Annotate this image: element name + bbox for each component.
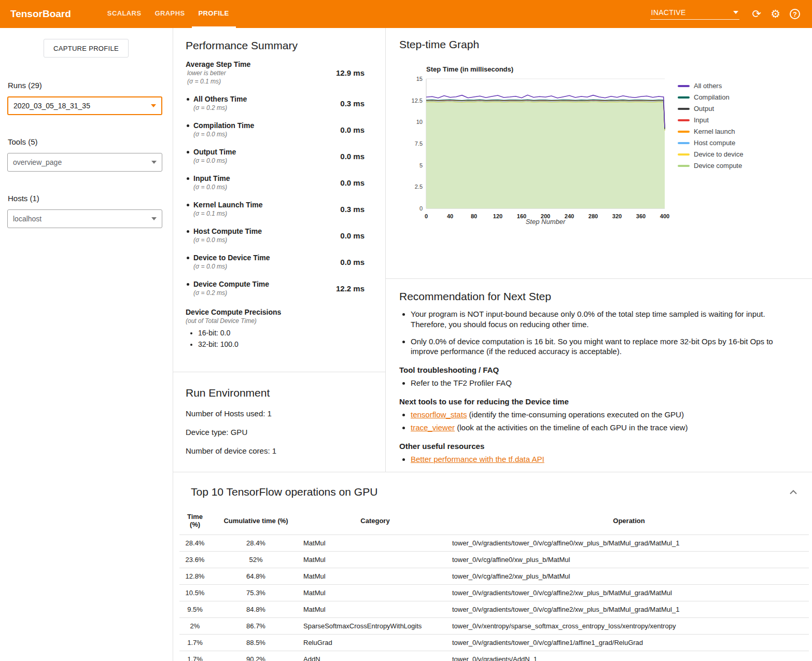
metric-sigma: (σ = 0.2 ms)	[193, 289, 269, 297]
gear-icon[interactable]: ⚙	[771, 9, 780, 20]
main-content: Performance Summary Average Step Time lo…	[173, 28, 812, 661]
legend-label: Output	[694, 105, 714, 112]
app-title: TensorBoard	[10, 8, 71, 20]
tab-scalars[interactable]: SCALARS	[101, 0, 148, 28]
metric-label: All Others Time	[186, 95, 247, 103]
hosts-select[interactable]: localhost	[7, 209, 162, 228]
metric-note: lower is better	[187, 69, 250, 77]
table-row: 1.7%88.5%ReluGradtower_0/v/gradients/tow…	[179, 635, 809, 651]
svg-text:2.5: 2.5	[415, 184, 423, 190]
metric-row: Device Compute Time(σ = 0.2 ms)12.2 ms	[186, 280, 372, 297]
metric-value: 0.0 ms	[340, 258, 372, 266]
chart-wrap: 02.557.51012.515040801201602002402803203…	[409, 64, 812, 226]
trace-viewer-link[interactable]: trace_viewer	[411, 423, 455, 432]
bullet-icon	[187, 177, 189, 180]
metric-value: 0.3 ms	[340, 205, 372, 214]
ops-table-header-row: Time (%)Cumulative time (%)CategoryOpera…	[179, 511, 809, 535]
legend-label: Compilation	[694, 93, 730, 101]
metric-sigma: (σ = 0.1 ms)	[193, 210, 263, 217]
bullet-icon	[187, 151, 189, 153]
refresh-icon[interactable]: ⟳	[752, 9, 762, 20]
metric-label: Device Compute Time	[186, 280, 269, 288]
metric-row: Kernel Launch Time(σ = 0.1 ms)0.3 ms	[186, 201, 372, 217]
table-row: 9.5%84.8%MatMultower_0/v/gradients/tower…	[179, 601, 809, 618]
bullet-icon	[187, 204, 189, 206]
step-time-graph-title: Step-time Graph	[399, 38, 812, 51]
tool-item: tensorflow_stats (identify the time-cons…	[411, 410, 789, 420]
env-line: Number of Hosts used: 1	[186, 409, 373, 418]
column-header: Cumulative time (%)	[211, 511, 301, 535]
env-line: Device type: GPU	[186, 428, 373, 437]
legend-label: All others	[694, 82, 722, 90]
help-icon[interactable]: ?	[790, 9, 800, 19]
ops-table-body: 28.4%28.4%MatMultower_0/v/gradients/towe…	[179, 535, 809, 661]
faq-subhead: Tool troubleshooting / FAQ	[399, 365, 789, 374]
chevron-down-icon	[151, 161, 157, 164]
bullet-icon	[187, 98, 189, 101]
runs-label: Runs (29)	[8, 81, 173, 90]
legend-swatch	[678, 85, 690, 87]
chevron-down-icon	[151, 217, 157, 220]
runs-select[interactable]: 2020_03_05_18_31_35	[7, 96, 162, 115]
status-dropdown[interactable]: INACTIVE	[650, 8, 739, 20]
tensorflow-stats-link[interactable]: tensorflow_stats	[411, 410, 467, 419]
legend-label: Kernel launch	[694, 128, 735, 135]
precisions-label: Device Compute Precisions	[186, 308, 372, 316]
metric-value: 0.0 ms	[340, 178, 372, 187]
metric-label: Average Step Time	[186, 60, 250, 68]
step-time-chart: 02.557.51012.515040801201602002402803203…	[409, 64, 670, 226]
recommendation-item: Your program is NOT input-bound because …	[411, 309, 789, 330]
metric-label: Compilation Time	[186, 121, 254, 130]
tfdata-performance-link[interactable]: Better performance with the tf.data API	[411, 455, 544, 463]
legend-swatch	[678, 96, 690, 99]
header-actions: INACTIVE ⟳ ⚙ ?	[650, 8, 805, 20]
performance-summary-title: Performance Summary	[186, 39, 372, 52]
step-time-graph-section: Step-time Graph 02.557.51012.51504080120…	[386, 28, 812, 279]
perf-items: All Others Time(σ = 0.2 ms)0.3 msCompila…	[186, 95, 372, 297]
faq-item: Refer to the TF2 Profiler FAQ	[411, 378, 789, 388]
svg-text:400: 400	[660, 213, 669, 219]
recommendation-title: Recommendation for Next Step	[399, 290, 789, 303]
metric-sigma: (σ = 0.2 ms)	[193, 104, 247, 111]
metric-row: Compilation Time(σ = 0.0 ms)0.0 ms	[186, 121, 372, 138]
table-row: 12.8%64.8%MatMultower_0/v/cg/affine2/xw_…	[179, 568, 809, 585]
legend-swatch	[678, 131, 690, 133]
legend-item-kernel-launch: Kernel launch	[678, 128, 743, 135]
resource-item: Better performance with the tf.data API	[411, 454, 789, 465]
tools-select-value: overview_page	[13, 158, 62, 166]
svg-text:10: 10	[416, 119, 423, 125]
performance-summary-column: Performance Summary Average Step Time lo…	[173, 28, 386, 472]
status-dropdown-value: INACTIVE	[651, 8, 686, 17]
metric-label: Kernel Launch Time	[186, 201, 263, 209]
svg-text:280: 280	[589, 213, 598, 219]
legend-item-all-others: All others	[678, 82, 743, 90]
metric-row: Output Time(σ = 0.0 ms)0.0 ms	[186, 148, 372, 164]
average-step-time-row: Average Step Time lower is better (σ = 0…	[186, 60, 372, 85]
legend-label: Host compute	[694, 139, 735, 147]
collapse-icon[interactable]	[789, 490, 797, 495]
run-environment-title: Run Environment	[186, 387, 373, 399]
tools-label: Tools (5)	[8, 137, 173, 146]
precisions-note: (out of Total Device Time)	[186, 317, 372, 325]
chevron-down-icon	[733, 11, 738, 14]
chevron-down-icon	[151, 104, 156, 107]
svg-text:240: 240	[565, 213, 574, 219]
svg-text:7.5: 7.5	[415, 140, 423, 147]
precision-item: 16-bit: 0.0	[198, 329, 372, 337]
recommendation-item: Only 0.0% of device computation is 16 bi…	[411, 336, 789, 357]
bullet-icon	[187, 257, 189, 259]
metric-row: Host Compute Time(σ = 0.0 ms)0.0 ms	[186, 227, 372, 244]
table-row: 2%86.7%SparseSoftmaxCrossEntropyWithLogi…	[179, 618, 809, 635]
tab-graphs[interactable]: GRAPHS	[148, 0, 191, 28]
column-header: Category	[301, 511, 449, 535]
metric-sigma: (σ = 0.0 ms)	[193, 263, 270, 270]
tools-select[interactable]: overview_page	[7, 153, 162, 172]
recommendation-section: Recommendation for Next Step Your progra…	[386, 279, 812, 467]
tab-profile[interactable]: PROFILE	[192, 0, 236, 28]
metric-sigma: (σ = 0.0 ms)	[193, 184, 230, 191]
metric-label: Host Compute Time	[186, 227, 262, 235]
capture-profile-button[interactable]: CAPTURE PROFILE	[44, 39, 129, 58]
hosts-select-value: localhost	[13, 215, 41, 223]
svg-text:120: 120	[493, 213, 502, 219]
table-row: 1.7%90.2%AddNtower_0/v/gradients/AddN_1	[179, 651, 809, 661]
